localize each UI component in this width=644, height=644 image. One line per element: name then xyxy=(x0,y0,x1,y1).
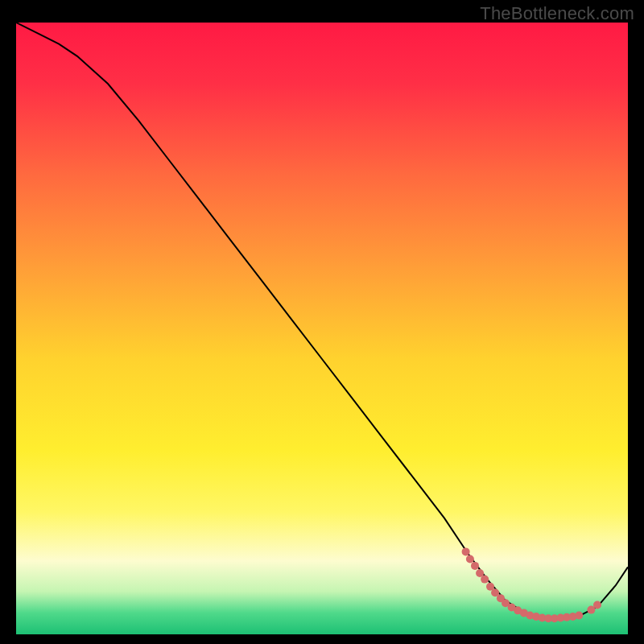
valley-marker xyxy=(466,555,474,564)
valley-marker xyxy=(575,611,583,619)
chart-frame: TheBottleneck.com xyxy=(0,0,644,644)
bottleneck-chart xyxy=(16,23,628,634)
valley-marker xyxy=(471,562,479,570)
valley-marker xyxy=(593,601,601,609)
plot-area xyxy=(16,23,628,634)
gradient-background xyxy=(16,23,628,634)
watermark-text: TheBottleneck.com xyxy=(480,3,634,24)
valley-marker xyxy=(481,576,489,584)
valley-marker xyxy=(462,547,470,555)
